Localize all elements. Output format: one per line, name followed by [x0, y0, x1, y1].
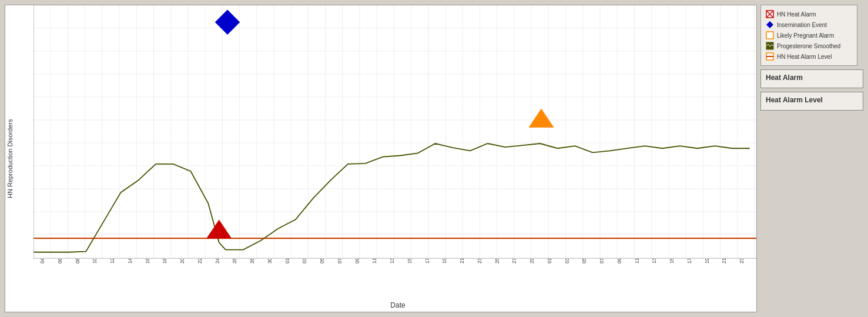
x-label-20: 13/09/2017 — [389, 259, 395, 263]
legend-item-heat-alarm: HN Heat Alarm — [766, 10, 852, 18]
legend-label-alarm-level: HN Heat Alarm Level — [777, 54, 832, 60]
x-label-0: 04/08/2017 — [39, 259, 45, 263]
alarm-level-legend-icon — [766, 52, 774, 61]
x-label-29: 01/10/2017 — [547, 259, 552, 263]
x-label-34: 11/10/2017 — [634, 259, 640, 263]
svg-marker-72 — [766, 21, 773, 28]
legend-item-alarm-level: HN Heat Alarm Level — [766, 52, 852, 61]
chart-area: HN Reproduction Disorders — [5, 5, 757, 312]
svg-rect-74 — [766, 42, 773, 49]
svg-rect-73 — [766, 32, 773, 39]
x-label-31: 05/10/2017 — [581, 259, 587, 263]
x-label-17: 07/09/2017 — [337, 259, 343, 263]
heat-alarm-marker — [207, 220, 231, 238]
legend-label-heat-alarm: HN Heat Alarm — [777, 11, 816, 18]
x-label-28: 29/09/2017 — [529, 259, 535, 263]
likely-pregnant-alarm-marker — [529, 109, 554, 128]
legend-label-pregnant: Likely Pregnant Alarm — [777, 32, 834, 39]
x-label-21: 15/09/2017 — [407, 259, 413, 263]
x-label-3: 10/08/2017 — [92, 259, 98, 263]
pregnant-legend-icon — [766, 31, 774, 39]
x-label-1: 06/08/2017 — [57, 259, 63, 263]
x-label-35: 13/10/2017 — [651, 259, 657, 263]
x-label-22: 17/09/2017 — [424, 259, 430, 263]
x-label-38: 19/10/2017 — [704, 259, 710, 263]
x-label-36: 15/10/2017 — [669, 259, 675, 263]
x-label-6: 16/08/2017 — [145, 259, 150, 263]
x-label-10: 24/08/2017 — [215, 259, 220, 263]
x-axis-title: Date — [15, 300, 756, 312]
x-label-7: 18/08/2017 — [162, 259, 167, 263]
heat-alarm-level-box: Heat Alarm Level — [760, 92, 863, 111]
legend-item-insemination: Insemination Event — [766, 21, 852, 29]
x-label-32: 07/10/2017 — [599, 259, 605, 263]
x-label-27: 27/09/2017 — [511, 259, 517, 263]
x-label-26: 25/09/2017 — [494, 259, 500, 263]
x-label-15: 03/09/2017 — [301, 259, 307, 263]
x-label-19: 11/09/2017 — [371, 259, 377, 263]
x-label-33: 09/10/2017 — [616, 259, 622, 263]
x-axis-container: 04/08/201706/08/201708/08/201710/08/2017… — [39, 259, 756, 300]
x-label-23: 19/09/2017 — [441, 259, 447, 263]
x-label-9: 22/08/2017 — [197, 259, 203, 263]
chart-svg: 0 5 10 15 20 25 30 35 40 45 50 55 — [33, 5, 756, 259]
chart-inner: HN Reproduction Disorders — [5, 5, 756, 312]
x-label-24: 21/09/2017 — [459, 259, 465, 263]
main-container: HN Reproduction Disorders — [0, 0, 868, 317]
legend-item-progesterone: Progesterone Smoothed — [766, 42, 852, 50]
x-axis-labels: 04/08/201706/08/201708/08/201710/08/2017… — [39, 259, 756, 300]
x-label-14: 01/09/2017 — [284, 259, 290, 263]
heat-alarm-legend-icon — [766, 10, 774, 18]
legend-panel: HN Heat Alarm Insemination Event Likely … — [760, 5, 857, 66]
x-label-18: 09/09/2017 — [354, 259, 360, 263]
insemination-event-marker — [216, 10, 240, 34]
x-label-13: 30/08/2017 — [267, 259, 273, 263]
x-label-25: 23/09/2017 — [477, 259, 482, 263]
heat-alarm-box: Heat Alarm — [760, 69, 863, 88]
x-label-37: 17/10/2017 — [686, 259, 692, 263]
x-label-16: 05/09/2017 — [319, 259, 325, 263]
x-label-30: 03/10/2017 — [564, 259, 570, 263]
x-label-39: 21/10/2017 — [721, 259, 727, 263]
progesterone-line — [33, 144, 750, 252]
x-label-40: 23/10/2017 — [739, 259, 745, 263]
insemination-legend-icon — [766, 21, 774, 29]
heat-alarm-box-title: Heat Alarm — [766, 74, 858, 82]
heat-alarm-level-box-title: Heat Alarm Level — [766, 96, 858, 104]
y-axis-label: HN Reproduction Disorders — [5, 5, 15, 312]
x-label-2: 08/08/2017 — [75, 259, 81, 263]
x-label-8: 20/08/2017 — [179, 259, 185, 263]
legend-label-insemination: Insemination Event — [777, 22, 827, 28]
x-label-4: 12/08/2017 — [109, 259, 115, 263]
x-label-11: 26/08/2017 — [232, 259, 237, 263]
progesterone-legend-icon — [766, 42, 774, 50]
x-label-5: 14/08/2017 — [127, 259, 133, 263]
x-label-12: 28/08/2017 — [249, 259, 255, 263]
legend-label-progesterone: Progesterone Smoothed — [777, 43, 840, 49]
legend-item-pregnant: Likely Pregnant Alarm — [766, 31, 852, 39]
